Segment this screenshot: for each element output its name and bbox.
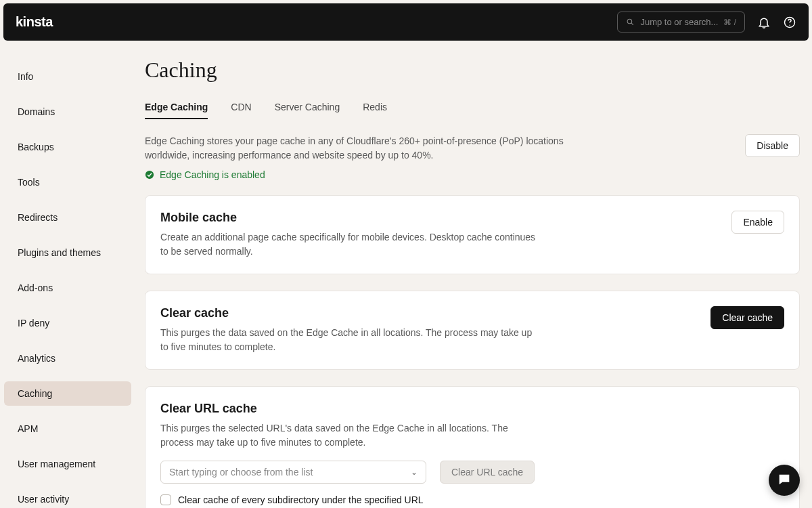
svg-point-0 bbox=[628, 19, 633, 24]
svg-point-3 bbox=[789, 24, 790, 25]
sidebar-item-addons[interactable]: Add-ons bbox=[4, 276, 131, 300]
search-shortcut: ⌘ / bbox=[723, 18, 736, 27]
sidebar-item-domains[interactable]: Domains bbox=[4, 100, 131, 124]
tab-redis[interactable]: Redis bbox=[363, 102, 387, 119]
status-line: Edge Caching is enabled bbox=[145, 169, 564, 180]
check-circle-icon bbox=[145, 170, 154, 179]
sidebar-item-apm[interactable]: APM bbox=[4, 417, 131, 441]
url-combobox-placeholder: Start typing or choose from the list bbox=[169, 467, 313, 478]
clear-cache-desc: This purges the data saved on the Edge C… bbox=[160, 326, 539, 354]
clear-cache-title: Clear cache bbox=[160, 306, 539, 320]
search-placeholder: Jump to or search... bbox=[640, 17, 718, 27]
sidebar-item-ip-deny[interactable]: IP deny bbox=[4, 311, 131, 335]
subdirectory-checkbox[interactable] bbox=[160, 494, 171, 505]
url-row: Start typing or choose from the list ⌄ C… bbox=[160, 461, 784, 484]
layout: Info Domains Backups Tools Redirects Plu… bbox=[0, 44, 812, 508]
chevron-down-icon: ⌄ bbox=[411, 467, 418, 477]
sidebar-item-user-management[interactable]: User management bbox=[4, 452, 131, 476]
tab-edge-caching[interactable]: Edge Caching bbox=[145, 102, 208, 119]
svg-line-1 bbox=[632, 23, 634, 25]
checkbox-row: Clear cache of every subdirectory under … bbox=[160, 494, 784, 505]
subdirectory-checkbox-label: Clear cache of every subdirectory under … bbox=[178, 494, 424, 505]
svg-point-4 bbox=[145, 171, 154, 179]
chat-icon bbox=[777, 472, 792, 489]
intro-block: Edge Caching stores your page cache in a… bbox=[145, 134, 564, 180]
sidebar-item-user-activity[interactable]: User activity bbox=[4, 487, 131, 508]
sidebar-item-redirects[interactable]: Redirects bbox=[4, 205, 131, 230]
sidebar-item-analytics[interactable]: Analytics bbox=[4, 346, 131, 371]
tab-cdn[interactable]: CDN bbox=[231, 102, 251, 119]
clear-url-cache-button[interactable]: Clear URL cache bbox=[440, 461, 535, 484]
clear-url-cache-title: Clear URL cache bbox=[160, 402, 784, 416]
header-right: Jump to or search... ⌘ / bbox=[617, 12, 796, 33]
clear-cache-card: Clear cache This purges the data saved o… bbox=[145, 291, 800, 370]
logo: kinsta bbox=[16, 14, 53, 30]
status-text: Edge Caching is enabled bbox=[160, 169, 265, 180]
disable-button[interactable]: Disable bbox=[745, 134, 800, 157]
url-combobox[interactable]: Start typing or choose from the list ⌄ bbox=[160, 461, 426, 484]
sidebar: Info Domains Backups Tools Redirects Plu… bbox=[0, 44, 135, 508]
clear-url-cache-card: Clear URL cache This purges the selected… bbox=[145, 386, 800, 508]
tabs: Edge Caching CDN Server Caching Redis bbox=[145, 102, 800, 119]
mobile-cache-card: Mobile cache Create an additional page c… bbox=[145, 195, 800, 274]
bell-icon[interactable] bbox=[757, 16, 771, 29]
main-content: Caching Edge Caching CDN Server Caching … bbox=[135, 44, 812, 508]
enable-mobile-cache-button[interactable]: Enable bbox=[731, 211, 784, 234]
sidebar-item-tools[interactable]: Tools bbox=[4, 170, 131, 194]
mobile-cache-desc: Create an additional page cache specific… bbox=[160, 230, 539, 259]
chat-launcher[interactable] bbox=[769, 465, 800, 496]
sidebar-item-backups[interactable]: Backups bbox=[4, 135, 131, 159]
intro-row: Edge Caching stores your page cache in a… bbox=[145, 134, 800, 180]
search-icon bbox=[626, 18, 635, 26]
intro-text: Edge Caching stores your page cache in a… bbox=[145, 134, 564, 163]
clear-url-cache-desc: This purges the selected URL's data save… bbox=[160, 421, 539, 450]
sidebar-item-plugins-themes[interactable]: Plugins and themes bbox=[4, 240, 131, 265]
sidebar-item-info[interactable]: Info bbox=[4, 64, 131, 89]
help-icon[interactable] bbox=[783, 16, 796, 29]
top-header: kinsta Jump to or search... ⌘ / bbox=[3, 3, 809, 41]
tab-server-caching[interactable]: Server Caching bbox=[275, 102, 340, 119]
clear-cache-button[interactable]: Clear cache bbox=[710, 306, 784, 329]
mobile-cache-title: Mobile cache bbox=[160, 211, 539, 225]
search-input[interactable]: Jump to or search... ⌘ / bbox=[617, 12, 745, 33]
page-title: Caching bbox=[145, 58, 800, 83]
sidebar-item-caching[interactable]: Caching bbox=[4, 381, 131, 406]
